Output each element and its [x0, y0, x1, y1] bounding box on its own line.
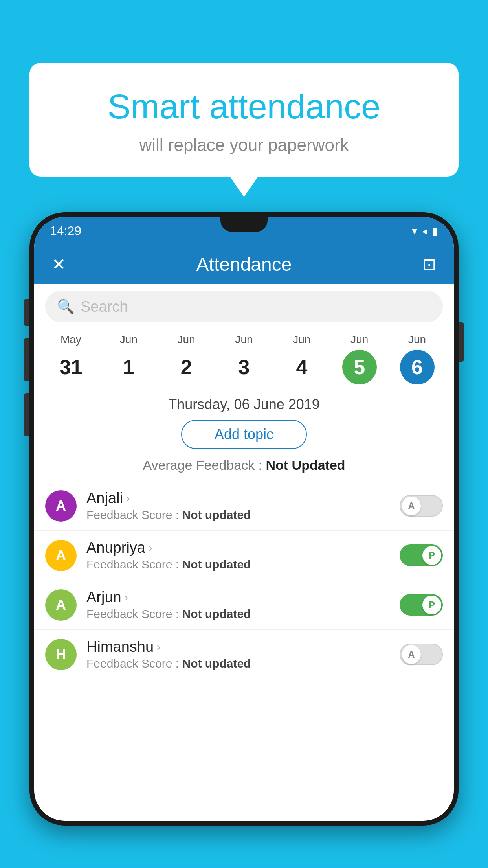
status-icons: ▾ ◂ ▮	[412, 224, 438, 237]
avatar: A	[45, 540, 77, 571]
calendar-day-0[interactable]: May31	[42, 329, 100, 388]
cal-date-3[interactable]: 3	[227, 350, 261, 384]
cal-month-2: Jun	[178, 333, 195, 346]
speech-bubble-subtitle: will replace your paperwork	[53, 135, 435, 155]
avg-feedback: Average Feedback : Not Updated	[34, 458, 454, 473]
toggle-knob: P	[422, 596, 441, 614]
app-bar-title: Attendance	[81, 254, 407, 275]
chevron-right-icon: ›	[157, 641, 160, 653]
side-button-power	[459, 322, 464, 362]
attendance-toggle[interactable]: A	[400, 495, 443, 517]
cal-date-4[interactable]: 4	[284, 350, 319, 384]
calendar-day-6[interactable]: Jun6	[388, 329, 446, 388]
side-button-left-1	[24, 299, 29, 326]
status-time: 14:29	[50, 224, 81, 238]
student-feedback: Feedback Score : Not updated	[86, 607, 400, 621]
toggle-knob: A	[402, 497, 421, 515]
attendance-toggle[interactable]: P	[400, 594, 443, 616]
speech-bubble-title: Smart attendance	[53, 86, 435, 127]
chevron-right-icon: ›	[125, 591, 128, 604]
avatar: A	[45, 589, 77, 621]
chevron-right-icon: ›	[126, 492, 130, 505]
battery-icon: ▮	[432, 224, 438, 237]
calendar-day-1[interactable]: Jun1	[100, 329, 158, 388]
phone-notch	[220, 217, 268, 232]
add-topic-button[interactable]: Add topic	[181, 420, 307, 449]
speech-bubble: Smart attendance will replace your paper…	[29, 63, 459, 177]
avg-feedback-value: Not Updated	[266, 458, 345, 473]
signal-icon: ◂	[422, 224, 427, 237]
cal-month-3: Jun	[235, 333, 253, 346]
calendar-day-2[interactable]: Jun2	[158, 329, 215, 388]
student-list: AAnjali ›Feedback Score : Not updatedAAA…	[34, 481, 454, 679]
student-name: Himanshu ›	[86, 638, 400, 655]
calendar-strip: May31Jun1Jun2Jun3Jun4Jun5Jun6	[34, 329, 454, 388]
student-name: Arjun ›	[86, 589, 400, 606]
cal-month-0: May	[61, 333, 81, 346]
calendar-day-4[interactable]: Jun4	[273, 329, 330, 388]
chevron-right-icon: ›	[149, 542, 152, 554]
attendance-toggle[interactable]: A	[400, 644, 443, 665]
cal-date-5[interactable]: 5	[342, 350, 377, 384]
student-item[interactable]: AAnupriya ›Feedback Score : Not updatedP	[34, 531, 454, 580]
student-feedback: Feedback Score : Not updated	[86, 657, 400, 670]
cal-date-1[interactable]: 1	[111, 350, 146, 384]
side-button-left-3	[24, 393, 29, 436]
student-feedback: Feedback Score : Not updated	[86, 508, 400, 522]
student-name: Anupriya ›	[86, 539, 400, 556]
student-item[interactable]: AAnjali ›Feedback Score : Not updatedA	[34, 481, 454, 531]
cal-month-4: Jun	[293, 333, 310, 346]
student-name: Anjali ›	[86, 490, 400, 507]
cal-month-5: Jun	[350, 333, 368, 346]
selected-date-label: Thursday, 06 June 2019	[34, 396, 454, 413]
side-button-left-2	[24, 338, 29, 381]
toggle-knob: P	[422, 546, 441, 565]
cal-month-1: Jun	[120, 333, 138, 346]
cal-date-6[interactable]: 6	[400, 350, 435, 384]
phone-screen: 14:29 ▾ ◂ ▮ ✕ Attendance ⊡ 🔍 Search	[34, 217, 454, 821]
calendar-icon[interactable]: ⊡	[418, 255, 440, 274]
attendance-toggle[interactable]: P	[400, 544, 443, 566]
student-item[interactable]: AArjun ›Feedback Score : Not updatedP	[34, 580, 454, 630]
search-bar[interactable]: 🔍 Search	[45, 291, 443, 322]
avatar: A	[45, 490, 77, 522]
student-item[interactable]: HHimanshu ›Feedback Score : Not updatedA	[34, 630, 454, 679]
phone-outer: 14:29 ▾ ◂ ▮ ✕ Attendance ⊡ 🔍 Search	[29, 212, 459, 826]
student-feedback: Feedback Score : Not updated	[86, 558, 400, 571]
toggle-knob: A	[402, 645, 421, 664]
app-bar: ✕ Attendance ⊡	[34, 245, 454, 284]
phone-container: 14:29 ▾ ◂ ▮ ✕ Attendance ⊡ 🔍 Search	[29, 212, 459, 868]
speech-bubble-container: Smart attendance will replace your paper…	[29, 63, 459, 177]
wifi-icon: ▾	[412, 224, 417, 237]
close-icon[interactable]: ✕	[48, 255, 70, 274]
cal-date-0[interactable]: 31	[53, 350, 88, 384]
avatar: H	[45, 639, 77, 670]
calendar-day-5[interactable]: Jun5	[330, 329, 388, 388]
search-icon: 🔍	[57, 298, 75, 315]
avg-feedback-label: Average Feedback :	[143, 458, 262, 473]
search-placeholder: Search	[81, 298, 128, 315]
cal-date-2[interactable]: 2	[169, 350, 204, 384]
cal-month-6: Jun	[408, 333, 426, 346]
calendar-day-3[interactable]: Jun3	[215, 329, 273, 388]
